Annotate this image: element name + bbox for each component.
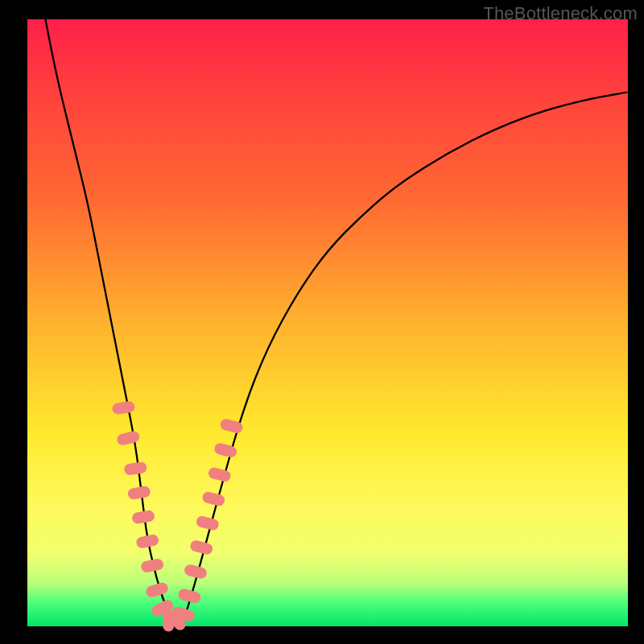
marker-layer	[111, 400, 243, 632]
marker-point	[201, 491, 226, 507]
marker-point	[131, 510, 155, 525]
marker-point	[177, 588, 202, 604]
marker-point	[184, 564, 208, 580]
marker-point	[116, 430, 140, 446]
marker-point	[135, 534, 159, 549]
marker-point	[207, 466, 232, 482]
marker-point	[189, 539, 214, 555]
plot-area	[27, 19, 628, 626]
bottleneck-curve	[45, 19, 628, 621]
marker-point	[213, 442, 238, 458]
marker-point	[123, 461, 147, 476]
marker-point	[145, 581, 170, 598]
marker-point	[196, 515, 221, 531]
curve-svg	[27, 19, 628, 626]
outer-frame: TheBottleneck.com	[0, 0, 644, 644]
marker-point	[111, 400, 135, 415]
marker-point	[140, 558, 164, 573]
marker-point	[127, 485, 151, 501]
